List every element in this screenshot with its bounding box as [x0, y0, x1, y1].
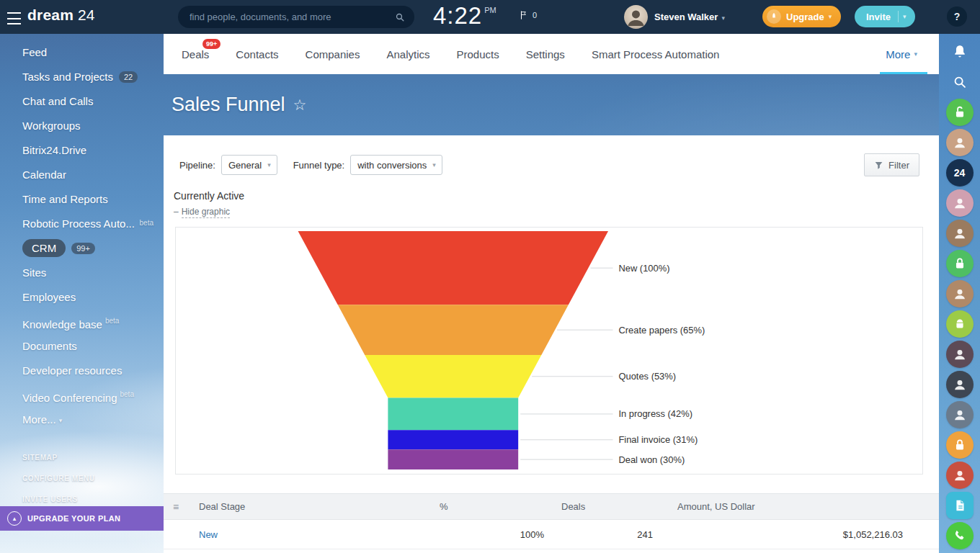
help-button[interactable]: ? — [947, 6, 967, 27]
funnel-segment-create-papers[interactable] — [338, 305, 569, 355]
tab-settings[interactable]: Settings — [526, 34, 565, 74]
global-search[interactable] — [178, 6, 414, 28]
lock-icon[interactable] — [946, 250, 974, 277]
upgrade-label: Upgrade — [786, 12, 824, 22]
sidebar-item-documents[interactable]: Documents — [0, 333, 164, 358]
crm-nav: Deals99+ContactsCompaniesAnalyticsProduc… — [164, 34, 939, 74]
user-menu[interactable]: Steven Walker▾ — [654, 12, 725, 22]
user-avatar[interactable] — [946, 401, 974, 428]
sidebar-item-bitrix24-drive[interactable]: Bitrix24.Drive — [0, 138, 164, 162]
sidebar-item-crm[interactable]: CRM99+ — [0, 235, 164, 260]
sidebar-item-chat-and-calls[interactable]: Chat and Calls — [0, 89, 164, 113]
sidebar-item-more[interactable]: More...▾ — [0, 407, 164, 431]
sidebar-item-label: Documents — [22, 340, 77, 352]
sidebar: FeedTasks and Projects22Chat and CallsWo… — [0, 34, 164, 553]
invite-label: Invite — [866, 12, 891, 22]
funnel-segment-new[interactable] — [298, 231, 608, 305]
search-icon[interactable] — [946, 68, 974, 96]
deal-stage-link[interactable]: New — [199, 529, 218, 540]
rocket-icon — [767, 9, 781, 24]
tab-label: Companies — [306, 48, 360, 60]
tab-label: Settings — [526, 48, 565, 60]
tab-deals[interactable]: Deals99+ — [182, 34, 209, 74]
sidebar-item-label: Tasks and Projects — [22, 71, 113, 83]
upgrade-button[interactable]: Upgrade ▾ — [762, 6, 841, 27]
sidebar-item-developer-resources[interactable]: Developer resources — [0, 358, 164, 382]
sidebar-footer-link-sitemap[interactable]: SITEMAP — [22, 447, 95, 468]
tab-more[interactable]: More▾ — [886, 34, 917, 74]
table-settings-icon[interactable]: ≡ — [164, 501, 178, 513]
user-avatar[interactable] — [946, 220, 974, 247]
sidebar-item-robotic-process-auto[interactable]: Robotic Process Auto...beta — [0, 211, 164, 235]
app-logo[interactable]: dream24 — [27, 6, 94, 24]
clock[interactable]: 4:22 PM — [433, 2, 496, 30]
beta-badge: beta — [140, 211, 153, 235]
funnel-segment-in-progress[interactable] — [388, 398, 518, 431]
funnel-chart: New (100%)Create papers (65%)Quotes (53%… — [176, 228, 922, 471]
main-area: Deals99+ContactsCompaniesAnalyticsProduc… — [164, 34, 939, 553]
android-avatar[interactable] — [946, 310, 974, 338]
sidebar-item-label: Employees — [22, 291, 76, 303]
sidebar-item-label: Knowledge base — [22, 318, 102, 331]
user-avatar[interactable] — [946, 462, 974, 489]
clock-meridiem: PM — [484, 6, 496, 30]
column-header-amount-us-dollar: Amount, US Dollar — [661, 494, 939, 520]
tab-analytics[interactable]: Analytics — [386, 34, 429, 74]
column-header-: % — [430, 494, 553, 520]
user-avatar[interactable] — [946, 189, 974, 217]
funnel-segment-deal-won[interactable] — [388, 449, 518, 469]
invite-button[interactable]: Invite ▾ — [855, 6, 915, 27]
sidebar-item-knowledge-base[interactable]: Knowledge basebeta — [0, 309, 164, 333]
funnel-status-label: Currently Active — [174, 190, 939, 202]
chevron-down-icon: ▾ — [914, 50, 917, 58]
favorite-star-icon[interactable]: ☆ — [293, 96, 307, 114]
funnel-segment-quotes[interactable] — [365, 355, 541, 398]
collapse-icon: – — [174, 207, 179, 217]
tab-label: Analytics — [386, 48, 429, 60]
user-avatar[interactable] — [946, 129, 974, 156]
sidebar-menu: FeedTasks and Projects22Chat and CallsWo… — [0, 34, 164, 431]
beta-badge: beta — [105, 317, 119, 325]
phone-icon[interactable] — [946, 522, 974, 549]
tab-smart-process-automation[interactable]: Smart Process Automation — [592, 34, 720, 74]
search-icon[interactable] — [394, 12, 406, 23]
lock-icon[interactable] — [946, 431, 974, 459]
deals-table-body: New100%241$1,052,216.03 — [164, 520, 939, 549]
count-badge: 99+ — [71, 243, 95, 254]
search-input[interactable] — [188, 11, 394, 23]
sidebar-footer-link-configure-menu[interactable]: CONFIGURE MENU — [22, 468, 95, 489]
sidebar-item-workgroups[interactable]: Workgroups — [0, 113, 164, 138]
sidebar-item-sites[interactable]: Sites — [0, 260, 164, 284]
tab-companies[interactable]: Companies — [306, 34, 360, 74]
flag-counter[interactable]: 0 — [519, 10, 537, 20]
bell-icon[interactable] — [946, 38, 974, 66]
funnel-chart-panel: New (100%)Create papers (65%)Quotes (53%… — [175, 227, 923, 475]
sidebar-item-employees[interactable]: Employees — [0, 284, 164, 309]
funnel-segment-final-invoice[interactable] — [388, 430, 518, 449]
menu-hamburger-icon[interactable] — [7, 12, 21, 24]
logo-text: dream — [27, 6, 74, 23]
sidebar-item-label: Chat and Calls — [22, 95, 93, 107]
sidebar-item-calendar[interactable]: Calendar — [0, 162, 164, 186]
count-badge: 99+ — [202, 39, 220, 49]
user-avatar[interactable] — [946, 371, 974, 398]
user-avatar[interactable] — [624, 5, 648, 29]
bitrix24-badge[interactable]: 24 — [946, 159, 974, 186]
tab-label: Contacts — [236, 48, 278, 60]
upgrade-plan-button[interactable]: ▴ UPGRADE YOUR PLAN — [0, 506, 164, 531]
user-avatar[interactable] — [946, 341, 974, 368]
tab-contacts[interactable]: Contacts — [236, 34, 278, 74]
funnel-type-select[interactable]: with conversions ▾ — [350, 155, 442, 175]
lock-open-icon[interactable] — [946, 99, 974, 126]
funnel-type-label: Funnel type: — [293, 160, 345, 171]
sidebar-item-tasks-and-projects[interactable]: Tasks and Projects22 — [0, 64, 164, 89]
pipeline-select[interactable]: General ▾ — [221, 155, 277, 175]
sidebar-item-feed[interactable]: Feed — [0, 40, 164, 64]
export-document-icon[interactable] — [946, 492, 974, 519]
tab-products[interactable]: Products — [456, 34, 499, 74]
user-avatar[interactable] — [946, 280, 974, 307]
filter-button[interactable]: Filter — [864, 153, 919, 176]
hide-graphic-link[interactable]: –Hide graphic — [174, 207, 230, 217]
sidebar-item-time-and-reports[interactable]: Time and Reports — [0, 186, 164, 211]
sidebar-item-video-conferencing[interactable]: Video Conferencingbeta — [0, 382, 164, 407]
